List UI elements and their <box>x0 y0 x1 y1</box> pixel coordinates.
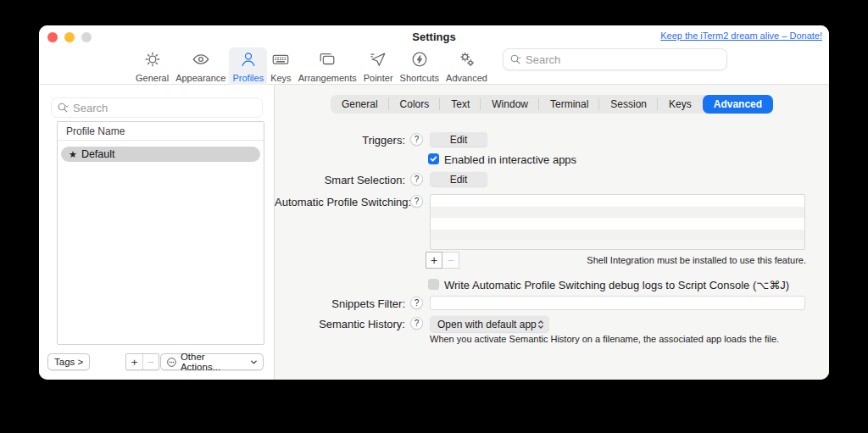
aps-remove-button: − <box>442 252 459 269</box>
profile-row-default[interactable]: ★ Default <box>61 147 260 162</box>
search-input[interactable] <box>526 53 721 66</box>
aps-debug-checkbox[interactable] <box>428 279 439 290</box>
toolbar-item-label: General <box>136 73 169 83</box>
smart-selection-edit-button[interactable]: Edit <box>430 172 487 186</box>
up-down-chevrons-icon <box>537 319 545 330</box>
tab-keys[interactable]: Keys <box>658 95 703 114</box>
toolbar-item-label: Pointer <box>364 73 393 83</box>
profile-name: Default <box>81 148 115 160</box>
settings-body: Profile Name ★ Default Tags > + − Other … <box>39 85 829 380</box>
snippets-filter-help-button[interactable]: ? <box>410 297 423 309</box>
tab-text[interactable]: Text <box>440 95 481 114</box>
aps-rules-table[interactable] <box>430 194 805 250</box>
gears-icon <box>458 50 476 72</box>
toolbar-item-label: Arrangements <box>298 73 357 83</box>
toolbar-item-label: Shortcuts <box>400 73 439 83</box>
profile-list: Profile Name ★ Default <box>57 121 264 345</box>
triggers-help-button[interactable]: ? <box>410 133 423 146</box>
profile-tab-bar: General Colors Text Window Terminal Sess… <box>275 95 829 114</box>
toolbar-item-arrangements[interactable]: Arrangements <box>295 47 360 86</box>
semantic-history-caption: When you activate Semantic History on a … <box>430 334 779 344</box>
aps-add-button[interactable]: + <box>426 252 442 269</box>
aps-help-button[interactable]: ? <box>410 195 423 208</box>
ellipsis-circle-icon <box>166 357 177 368</box>
snippets-filter-field[interactable] <box>430 296 805 310</box>
toolbar-item-label: Advanced <box>446 73 487 83</box>
chevron-down-icon <box>250 358 258 366</box>
add-profile-button[interactable]: + <box>126 354 142 369</box>
snippets-filter-label: Snippets Filter: <box>275 297 405 310</box>
person-icon <box>239 50 258 72</box>
profile-search-input[interactable] <box>73 102 257 114</box>
toolbar-item-label: Keys <box>270 73 291 83</box>
segmented-control: General Colors Text Window Terminal Sess… <box>331 95 773 114</box>
windows-icon <box>318 50 337 72</box>
tags-button[interactable]: Tags > <box>47 353 90 370</box>
aps-add-remove-group: + − <box>426 252 459 269</box>
toolbar-item-pointer[interactable]: Pointer <box>360 47 397 86</box>
aps-debug-checkbox-label[interactable]: Write Automatic Profile Switching debug … <box>444 279 789 291</box>
toolbar-item-label: Profiles <box>232 73 264 83</box>
search-icon <box>57 102 70 114</box>
toolbar-item-label: Appearance <box>175 73 225 83</box>
search-icon <box>509 53 522 66</box>
tab-advanced[interactable]: Advanced <box>703 95 773 114</box>
other-actions-label: Other Actions... <box>181 352 247 372</box>
sidebar-bottom-bar: Tags > + − Other Actions... <box>39 353 274 370</box>
smart-selection-label: Smart Selection: <box>275 174 405 186</box>
triggers-label: Triggers: <box>275 134 405 147</box>
check-icon <box>430 155 437 163</box>
semantic-history-popup[interactable]: Open with default app <box>430 316 549 332</box>
toolbar-item-profiles[interactable]: Profiles <box>229 47 267 86</box>
profile-search-field[interactable] <box>51 97 263 118</box>
profile-list-header: Profile Name <box>58 122 264 141</box>
profile-add-remove-group: + − <box>125 353 159 370</box>
tab-window[interactable]: Window <box>481 95 539 114</box>
aps-label: Automatic Profile Switching: <box>275 196 405 208</box>
cursor-icon <box>369 50 387 72</box>
interactive-apps-checkbox[interactable] <box>428 153 439 164</box>
preferences-toolbar: General Appearance Profiles Keys Arrange… <box>132 47 491 86</box>
toolbar-item-general[interactable]: General <box>132 47 172 86</box>
tab-general[interactable]: General <box>331 95 389 114</box>
toolbar-item-appearance[interactable]: Appearance <box>172 47 229 86</box>
gear-icon <box>143 50 162 72</box>
toolbar-item-advanced[interactable]: Advanced <box>442 47 491 86</box>
profiles-sidebar: Profile Name ★ Default Tags > + − Other … <box>39 85 275 380</box>
toolbar-search-field[interactable] <box>503 48 727 70</box>
semantic-history-label: Semantic History: <box>275 318 405 330</box>
settings-window: Settings Keep the iTerm2 dream alive – D… <box>39 25 829 380</box>
star-icon: ★ <box>69 149 77 160</box>
eye-icon <box>192 50 210 72</box>
toolbar-item-shortcuts[interactable]: Shortcuts <box>397 47 442 86</box>
interactive-apps-checkbox-label[interactable]: Enabled in interactive apps <box>444 153 576 166</box>
tab-terminal[interactable]: Terminal <box>539 95 599 114</box>
other-actions-dropdown[interactable]: Other Actions... <box>160 353 264 370</box>
shell-integration-note: Shell Integration must be installed to u… <box>587 255 806 265</box>
tab-colors[interactable]: Colors <box>389 95 441 114</box>
popup-selected-value: Open with default app <box>437 319 537 330</box>
bolt-circle-icon <box>410 50 429 72</box>
toolbar-item-keys[interactable]: Keys <box>267 47 294 86</box>
smart-selection-help-button[interactable]: ? <box>410 173 423 186</box>
tab-session[interactable]: Session <box>599 95 658 114</box>
remove-profile-button: − <box>142 354 159 369</box>
triggers-edit-button[interactable]: Edit <box>430 132 487 147</box>
titlebar-toolbar: Settings Keep the iTerm2 dream alive – D… <box>39 25 829 85</box>
semantic-history-help-button[interactable]: ? <box>410 317 423 330</box>
keyboard-icon <box>271 50 290 72</box>
donate-link[interactable]: Keep the iTerm2 dream alive – Donate! <box>660 31 822 41</box>
profile-settings-pane: General Colors Text Window Terminal Sess… <box>275 85 829 380</box>
